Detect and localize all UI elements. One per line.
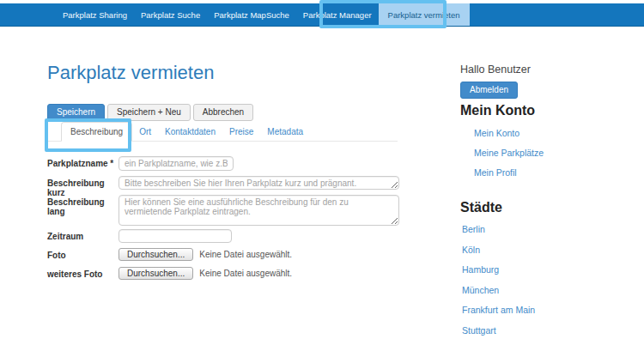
city-link-frankfurt-am-main[interactable]: Frankfurt am Main (462, 305, 535, 315)
account-section-heading: Mein Konto (460, 103, 535, 118)
zeitraum-label: Zeitraum (47, 229, 118, 243)
form-row-weiteres-foto: weiteres Foto Durchsuchen... Keine Datei… (47, 267, 292, 280)
city-link-berlin[interactable]: Berlin (462, 224, 535, 234)
toolbar: Speichern Speichern + Neu Abbrechen (47, 104, 253, 121)
city-link-muenchen[interactable]: München (462, 285, 535, 295)
save-button[interactable]: Speichern (47, 104, 105, 121)
city-link-stuttgart[interactable]: Stuttgart (462, 325, 535, 336)
sidebar-link-meine-parkplaetze[interactable]: Meine Parkplätze (474, 148, 544, 158)
parkplatzname-label: Parkplatzname * (47, 156, 118, 171)
tab-bar: Beschreibung Ort Kontaktdaten Preise Met… (47, 123, 398, 142)
city-links: Berlin Köln Hamburg München Frankfurt am… (462, 224, 535, 345)
nav-item-parkplatz-mapsuche[interactable]: Parkplatz MapSuche (207, 3, 296, 26)
nav-item-parkplatz-sharing[interactable]: Parkplatz Sharing (56, 3, 134, 26)
tab-beschreibung[interactable]: Beschreibung (61, 122, 132, 142)
sidebar-link-mein-konto[interactable]: Mein Konto (474, 128, 544, 138)
form-row-zeitraum: Zeitraum (47, 229, 232, 243)
sidebar-link-mein-profil[interactable]: Mein Profil (474, 167, 544, 178)
user-greeting: Hallo Benutzer (460, 64, 531, 76)
zeitraum-input[interactable] (118, 229, 232, 243)
cities-section-heading: Städte (460, 200, 502, 215)
tab-kontaktdaten[interactable]: Kontaktdaten (158, 123, 222, 141)
page-title: Parkplatz vermieten (47, 62, 214, 84)
tab-preise[interactable]: Preise (222, 123, 260, 141)
cancel-button[interactable]: Abbrechen (193, 104, 253, 121)
tab-ort[interactable]: Ort (132, 123, 158, 141)
weiteres-foto-label: weiteres Foto (47, 267, 118, 280)
top-navbar: Parkplatz Sharing Parkplatz Suche Parkpl… (0, 3, 644, 27)
tab-metadata[interactable]: Metadata (260, 123, 310, 141)
form-row-parkplatzname: Parkplatzname * (47, 156, 234, 171)
beschreibung-kurz-textarea[interactable] (118, 176, 399, 190)
nav-item-parkplatz-suche[interactable]: Parkplatz Suche (134, 3, 207, 26)
nav-item-parkplatz-manager[interactable]: Parkplatz Manager (296, 3, 379, 26)
nav-item-parkplatz-vermieten[interactable]: Parkplatz vermieten (379, 3, 470, 26)
account-links: Mein Konto Meine Parkplätze Mein Profil (474, 128, 544, 187)
foto-browse-button[interactable]: Durchsuchen... (118, 248, 193, 261)
city-link-koeln[interactable]: Köln (462, 245, 535, 255)
beschreibung-lang-label: Beschreibung lang (47, 195, 118, 226)
weiteres-foto-file-status: Keine Datei ausgewählt. (199, 269, 292, 278)
parkplatzname-input[interactable] (118, 156, 234, 171)
foto-file-input: Durchsuchen... Keine Datei ausgewählt. (118, 248, 292, 261)
foto-file-status: Keine Datei ausgewählt. (199, 250, 292, 259)
form-row-foto: Foto Durchsuchen... Keine Datei ausgewäh… (47, 248, 292, 261)
page: Parkplatz Sharing Parkplatz Suche Parkpl… (0, 0, 644, 351)
save-new-button[interactable]: Speichern + Neu (107, 104, 191, 121)
city-link-hamburg[interactable]: Hamburg (462, 264, 535, 275)
weiteres-foto-file-input: Durchsuchen... Keine Datei ausgewählt. (118, 267, 292, 280)
logout-button[interactable]: Abmelden (460, 82, 518, 99)
form-row-beschreibung-lang: Beschreibung lang (47, 195, 399, 226)
beschreibung-lang-textarea[interactable] (118, 195, 399, 226)
foto-label: Foto (47, 248, 118, 261)
weiteres-foto-browse-button[interactable]: Durchsuchen... (118, 267, 193, 280)
